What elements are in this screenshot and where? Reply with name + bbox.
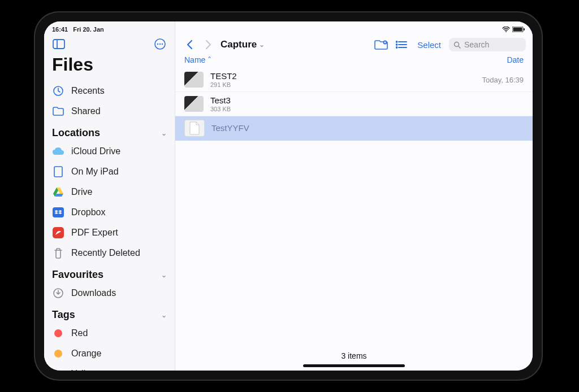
- svg-rect-11: [54, 167, 62, 177]
- select-button-label: Select: [417, 40, 441, 50]
- status-right-icons: [502, 27, 525, 32]
- svg-point-7: [157, 43, 158, 45]
- sidebar-tag-red[interactable]: Red: [44, 323, 175, 343]
- chevron-down-icon: ⌄: [161, 129, 167, 137]
- chevron-down-icon: ⌄: [259, 41, 265, 49]
- sidebar-item-recents[interactable]: Recents: [44, 81, 175, 101]
- section-label: Locations: [52, 127, 100, 139]
- sidebar-item-drive[interactable]: Drive: [44, 182, 175, 202]
- search-input[interactable]: Search: [449, 38, 526, 51]
- sidebar-item-label: Orange: [71, 349, 101, 359]
- sidebar-item-dropbox[interactable]: Dropbox: [44, 202, 175, 223]
- file-size: 303 KB: [210, 106, 517, 112]
- section-label: Tags: [52, 309, 75, 321]
- file-name: TestYYFV: [211, 123, 517, 133]
- sidebar-item-label: Drive: [71, 187, 92, 197]
- more-menu-icon[interactable]: [153, 37, 167, 51]
- dropbox-icon: [52, 206, 64, 219]
- sidebar-item-label: iCloud Drive: [71, 146, 120, 156]
- svg-point-0: [505, 31, 507, 32]
- date-header: Date: [507, 55, 524, 64]
- forward-button[interactable]: [201, 37, 216, 52]
- svg-point-9: [162, 43, 163, 45]
- trash-icon: [52, 247, 64, 259]
- select-button[interactable]: Select: [414, 40, 444, 50]
- file-name: Test3: [210, 95, 517, 106]
- sidebar-item-label: Yellow: [71, 369, 97, 371]
- sidebar-item-recently-deleted[interactable]: Recently Deleted: [44, 243, 175, 263]
- svg-point-24: [396, 47, 397, 48]
- svg-point-23: [396, 44, 397, 45]
- file-thumbnail-icon: [184, 72, 204, 88]
- shared-folder-icon: [52, 105, 64, 117]
- svg-line-26: [459, 46, 461, 48]
- svg-rect-15: [53, 207, 64, 217]
- section-header-locations[interactable]: Locations ⌄: [44, 121, 175, 141]
- back-button[interactable]: [182, 37, 197, 52]
- file-thumbnail-icon: [184, 120, 205, 137]
- sidebar-tag-yellow[interactable]: Yellow: [44, 364, 175, 371]
- svg-point-8: [159, 43, 161, 45]
- file-thumbnail-icon: [184, 96, 204, 112]
- ipad-icon: [52, 165, 64, 178]
- sidebar-toggle-icon[interactable]: [52, 37, 66, 51]
- sidebar-tag-orange[interactable]: Orange: [44, 343, 175, 364]
- app-title: Files: [44, 54, 175, 81]
- sort-by-date[interactable]: Date: [507, 55, 524, 64]
- folder-title[interactable]: Capture ⌄: [221, 39, 265, 50]
- svg-point-22: [396, 41, 397, 42]
- svg-rect-4: [53, 40, 64, 49]
- folder-title-label: Capture: [221, 39, 257, 50]
- clock-icon: [52, 85, 64, 97]
- footer-item-count: 3 items: [175, 351, 533, 360]
- file-date: Today, 16:39: [482, 76, 524, 84]
- search-icon: [453, 41, 461, 49]
- file-row[interactable]: TEST2 291 KB Today, 16:39: [175, 68, 533, 92]
- list-view-button[interactable]: [394, 38, 409, 51]
- content-pane: Capture ⌄ Select: [175, 21, 533, 371]
- sidebar-item-pdf-expert[interactable]: PDF Expert: [44, 223, 175, 243]
- section-label: Favourites: [52, 269, 103, 281]
- sidebar-item-label: PDF Expert: [71, 228, 118, 238]
- tag-dot-icon: [52, 327, 64, 339]
- section-header-tags[interactable]: Tags ⌄: [44, 303, 175, 323]
- sidebar-item-icloud-drive[interactable]: iCloud Drive: [44, 141, 175, 162]
- sidebar-item-label: Shared: [71, 106, 101, 116]
- sort-ascending-icon: ˄: [208, 55, 211, 64]
- sidebar-item-label: On My iPad: [71, 167, 119, 177]
- icloud-icon: [52, 145, 64, 158]
- home-indicator[interactable]: [303, 364, 405, 367]
- sidebar-item-shared[interactable]: Shared: [44, 101, 175, 121]
- downloads-icon: [52, 287, 64, 299]
- status-bar: 16:41 Fri 20. Jan: [44, 21, 533, 35]
- tag-dot-icon: [52, 347, 64, 360]
- sort-row: Name ˄ Date: [175, 53, 533, 68]
- svg-rect-3: [524, 28, 525, 31]
- sidebar-item-label: Dropbox: [71, 207, 105, 217]
- sidebar-item-downloads[interactable]: Downloads: [44, 283, 175, 303]
- chevron-down-icon: ⌄: [161, 311, 167, 319]
- status-date: Fri 20. Jan: [73, 26, 103, 33]
- sidebar-item-label: Downloads: [71, 288, 116, 298]
- section-header-favourites[interactable]: Favourites ⌄: [44, 263, 175, 283]
- wifi-icon: [502, 27, 510, 32]
- google-drive-icon: [52, 186, 64, 198]
- search-placeholder: Search: [464, 40, 489, 49]
- sort-by-name[interactable]: Name ˄: [184, 55, 211, 64]
- pdf-expert-icon: [52, 227, 64, 239]
- tag-dot-icon: [52, 368, 64, 371]
- file-row[interactable]: TestYYFV: [175, 116, 533, 141]
- file-size: 291 KB: [210, 81, 476, 88]
- sidebar-item-on-my-ipad[interactable]: On My iPad: [44, 162, 175, 182]
- sidebar-item-label: Recently Deleted: [71, 248, 140, 258]
- svg-rect-2: [513, 28, 522, 32]
- file-list: TEST2 291 KB Today, 16:39 Test3 303 KB: [175, 68, 533, 141]
- sidebar-item-label: Recents: [71, 86, 105, 96]
- sort-label: Name: [184, 55, 205, 64]
- chevron-down-icon: ⌄: [161, 271, 167, 279]
- sidebar: Files Recents Shared Locations ⌄: [44, 21, 175, 371]
- file-row[interactable]: Test3 303 KB: [175, 92, 533, 116]
- sidebar-item-label: Red: [71, 328, 88, 338]
- new-folder-button[interactable]: [373, 38, 389, 51]
- status-time: 16:41: [52, 26, 68, 33]
